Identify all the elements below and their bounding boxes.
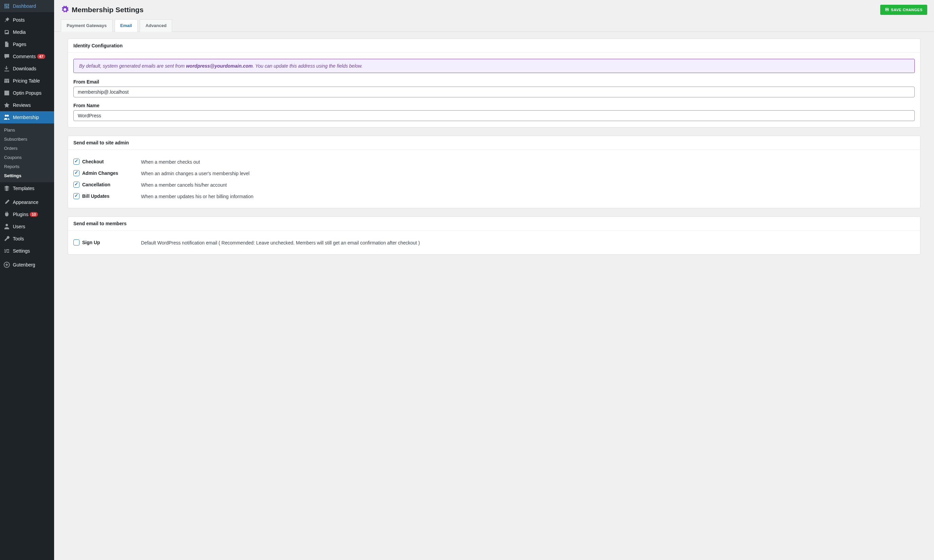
member-email-panel: Send email to members Sign UpDefault Wor… xyxy=(68,217,920,255)
comment-icon xyxy=(3,53,10,60)
save-icon xyxy=(885,8,889,12)
sidebar-label: Downloads xyxy=(13,66,36,71)
popup-icon xyxy=(3,89,10,96)
admin-email-checkbox-2[interactable] xyxy=(73,182,80,188)
sidebar-label: Templates xyxy=(13,186,34,191)
sidebar-label: Users xyxy=(13,224,25,229)
comments-badge: 47 xyxy=(37,54,45,59)
checkbox-row: Bill UpdatesWhen a member updates his or… xyxy=(73,191,915,202)
sidebar-item-pricing[interactable]: Pricing Table xyxy=(0,75,54,87)
info-notice: By default, system generated emails are … xyxy=(73,59,915,73)
sidebar-item-reviews[interactable]: Reviews xyxy=(0,99,54,111)
submenu-coupons[interactable]: Coupons xyxy=(0,153,54,162)
sidebar-item-media[interactable]: Media xyxy=(0,26,54,38)
tab-payment-gateways[interactable]: Payment Gateways xyxy=(61,19,112,32)
sidebar-label: Dashboard xyxy=(13,3,36,9)
checkbox-description: When a member cancels his/her account xyxy=(141,182,227,188)
admin-email-checkbox-0[interactable] xyxy=(73,158,80,165)
sidebar-item-pages[interactable]: Pages xyxy=(0,38,54,51)
download-icon xyxy=(3,65,10,72)
sidebar-item-tools[interactable]: Tools xyxy=(0,233,54,245)
sidebar-label: Appearance xyxy=(13,200,38,205)
sidebar-label: Pricing Table xyxy=(13,78,40,83)
checkbox-label: Bill Updates xyxy=(82,194,109,199)
pin-icon xyxy=(3,17,10,23)
users-icon xyxy=(3,114,10,121)
member-email-checkbox-0[interactable] xyxy=(73,239,80,246)
page-icon xyxy=(3,41,10,48)
user-icon xyxy=(3,223,10,230)
sidebar-label: Optin Popups xyxy=(13,90,42,96)
panel-heading: Send email to site admin xyxy=(68,136,920,150)
panel-heading: Send email to members xyxy=(68,217,920,231)
sidebar-label: Posts xyxy=(13,17,25,23)
identity-panel: Identity Configuration By default, syste… xyxy=(68,38,920,128)
sidebar-label: Gutenberg xyxy=(13,262,35,268)
checkbox-row: Admin ChangesWhen an admin changes a use… xyxy=(73,168,915,179)
admin-email-checkbox-3[interactable] xyxy=(73,193,80,199)
from-email-label: From Email xyxy=(73,79,915,85)
checkbox-description: When an admin changes a user's membershi… xyxy=(141,170,249,176)
settings-gear-icon xyxy=(61,5,69,15)
admin-email-checkbox-1[interactable] xyxy=(73,170,80,176)
wrench-icon xyxy=(3,235,10,242)
sidebar-label: Reviews xyxy=(13,103,31,108)
checkbox-label: Sign Up xyxy=(82,240,100,245)
sliders-icon xyxy=(3,248,10,254)
gutenberg-icon xyxy=(3,262,10,268)
from-name-input[interactable] xyxy=(73,110,915,121)
sidebar-item-posts[interactable]: Posts xyxy=(0,14,54,26)
sidebar-submenu: Plans Subscribers Orders Coupons Reports… xyxy=(0,123,54,182)
tab-email[interactable]: Email xyxy=(115,19,138,32)
from-email-input[interactable] xyxy=(73,86,915,97)
sidebar-item-plugins[interactable]: Plugins10 xyxy=(0,208,54,220)
submenu-orders[interactable]: Orders xyxy=(0,144,54,153)
sidebar-item-comments[interactable]: Comments47 xyxy=(0,51,54,63)
sidebar-label: Membership xyxy=(13,115,39,120)
tab-advanced[interactable]: Advanced xyxy=(140,19,172,32)
submenu-subscribers[interactable]: Subscribers xyxy=(0,135,54,144)
sidebar-label: Comments xyxy=(13,54,36,59)
main-content: Membership Settings SAVE CHANGES Payment… xyxy=(54,0,934,560)
star-icon xyxy=(3,102,10,109)
submenu-plans[interactable]: Plans xyxy=(0,125,54,135)
brush-icon xyxy=(3,199,10,206)
sidebar-label: Media xyxy=(13,29,26,35)
sidebar-label: Settings xyxy=(13,248,30,254)
plug-icon xyxy=(3,211,10,218)
sidebar-item-downloads[interactable]: Downloads xyxy=(0,63,54,75)
sidebar-item-dashboard[interactable]: Dashboard xyxy=(0,0,54,12)
layers-icon xyxy=(3,185,10,192)
checkbox-label: Admin Changes xyxy=(82,171,118,176)
sidebar-item-gutenberg[interactable]: Gutenberg xyxy=(0,259,54,271)
sidebar-item-users[interactable]: Users xyxy=(0,220,54,233)
checkbox-row: Sign UpDefault WordPress notification em… xyxy=(73,237,915,248)
save-changes-button[interactable]: SAVE CHANGES xyxy=(880,5,927,15)
sidebar-item-optin[interactable]: Optin Popups xyxy=(0,87,54,99)
sidebar-label: Tools xyxy=(13,236,24,242)
sidebar-item-templates[interactable]: Templates xyxy=(0,182,54,194)
checkbox-label: Checkout xyxy=(82,159,104,165)
checkbox-description: Default WordPress notification email ( R… xyxy=(141,239,420,246)
table-icon xyxy=(3,77,10,84)
page-title: Membership Settings xyxy=(72,6,143,14)
admin-email-panel: Send email to site admin CheckoutWhen a … xyxy=(68,135,920,208)
submenu-reports[interactable]: Reports xyxy=(0,162,54,171)
checkbox-description: When a member checks out xyxy=(141,158,200,165)
sidebar-item-membership[interactable]: Membership xyxy=(0,111,54,123)
panel-heading: Identity Configuration xyxy=(68,39,920,53)
checkbox-label: Cancellation xyxy=(82,182,110,187)
checkbox-row: CheckoutWhen a member checks out xyxy=(73,156,915,168)
media-icon xyxy=(3,29,10,35)
checkbox-row: CancellationWhen a member cancels his/he… xyxy=(73,179,915,191)
sidebar-item-appearance[interactable]: Appearance xyxy=(0,196,54,208)
sidebar-label: Pages xyxy=(13,42,26,47)
sidebar-item-settings[interactable]: Settings xyxy=(0,245,54,257)
submenu-settings[interactable]: Settings xyxy=(0,171,54,180)
sidebar-label: Plugins xyxy=(13,212,28,217)
from-name-label: From Name xyxy=(73,103,915,108)
settings-tabs: Payment Gateways Email Advanced xyxy=(54,19,934,32)
admin-sidebar: Dashboard Posts Media Pages Comments47 D… xyxy=(0,0,54,560)
dashboard-icon xyxy=(3,3,10,9)
checkbox-description: When a member updates his or her billing… xyxy=(141,193,253,199)
